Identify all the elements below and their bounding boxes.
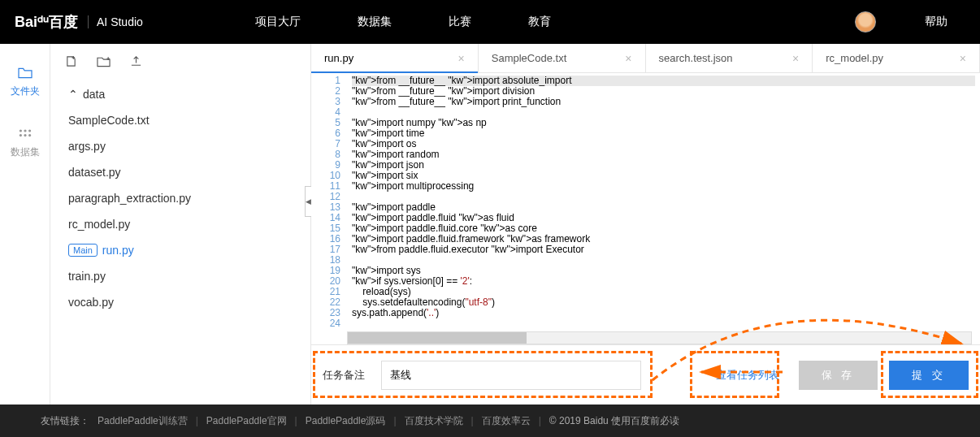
left-rail: 文件夹 数据集 <box>0 44 50 405</box>
code-editor[interactable]: 123456789101112131415161718192021222324 … <box>311 73 980 344</box>
nav-datasets[interactable]: 数据集 <box>358 15 392 29</box>
file-panel: ⌃ data SampleCode.txt args.py dataset.py… <box>50 44 310 405</box>
submit-button[interactable]: 提 交 <box>889 361 969 390</box>
grid-icon <box>17 128 33 141</box>
brand-subtitle: AI Studio <box>88 15 143 28</box>
tab-run[interactable]: run.py× <box>311 44 479 72</box>
close-icon[interactable]: × <box>625 52 631 65</box>
chevron-down-icon: ⌃ <box>68 88 78 101</box>
footer-link[interactable]: PaddlePaddle源码 <box>306 414 386 428</box>
svg-point-2 <box>28 129 31 132</box>
footer-link[interactable]: 百度技术学院 <box>405 414 463 428</box>
svg-point-5 <box>28 134 31 136</box>
svg-point-3 <box>19 134 21 136</box>
tab-searchtest[interactable]: search.test.json× <box>646 44 813 72</box>
folder-data[interactable]: ⌃ data <box>63 81 297 107</box>
task-note-label: 任务备注 <box>323 368 365 383</box>
svg-point-4 <box>24 134 26 136</box>
avatar[interactable] <box>855 11 876 32</box>
tab-samplecode[interactable]: SampleCode.txt× <box>479 44 646 72</box>
baidu-logo-text: Baiᵈᵘ百度 <box>15 12 78 32</box>
logo[interactable]: Baiᵈᵘ百度 AI Studio <box>0 12 158 32</box>
view-task-list-link[interactable]: 查看任务列表 <box>716 368 779 383</box>
footer-link[interactable]: 百度效率云 <box>482 414 531 428</box>
close-icon[interactable]: × <box>458 52 465 65</box>
file-toolbar <box>50 44 310 81</box>
folder-icon <box>17 67 33 80</box>
nav-competitions[interactable]: 比赛 <box>449 15 471 29</box>
editor-area: ◀ run.py× SampleCode.txt× search.test.js… <box>310 44 980 405</box>
file-rc-model[interactable]: rc_model.py <box>63 211 297 237</box>
tab-rcmodel[interactable]: rc_model.py× <box>813 44 980 72</box>
nav-education[interactable]: 教育 <box>528 15 551 29</box>
file-dataset[interactable]: dataset.py <box>63 159 297 185</box>
file-tree: ⌃ data SampleCode.txt args.py dataset.py… <box>50 81 310 315</box>
main-badge: Main <box>68 244 98 257</box>
editor-tabs: run.py× SampleCode.txt× search.test.json… <box>311 44 980 73</box>
footer-link[interactable]: PaddlePaddle训练营 <box>98 414 188 428</box>
top-navbar: Baiᵈᵘ百度 AI Studio 项目大厅 数据集 比赛 教育 帮助 <box>0 0 980 44</box>
horizontal-scrollbar[interactable] <box>347 331 972 344</box>
main-nav: 项目大厅 数据集 比赛 教育 <box>255 15 551 29</box>
footer-copyright: © 2019 Baidu 使用百度前必读 <box>549 414 679 428</box>
file-samplecode[interactable]: SampleCode.txt <box>63 107 297 133</box>
file-run[interactable]: Main run.py <box>63 237 297 263</box>
file-vocab[interactable]: vocab.py <box>63 289 297 315</box>
scrollbar-thumb[interactable] <box>348 332 527 344</box>
new-file-icon[interactable] <box>65 55 77 70</box>
rail-files[interactable]: 文件夹 <box>11 67 40 98</box>
save-button[interactable]: 保 存 <box>799 361 878 390</box>
close-icon[interactable]: × <box>960 52 966 65</box>
file-train[interactable]: train.py <box>63 263 297 289</box>
close-icon[interactable]: × <box>792 52 799 65</box>
code-content[interactable]: "kw">from __future__ "kw">import absolut… <box>347 73 980 344</box>
svg-point-1 <box>24 129 26 132</box>
footer-link[interactable]: PaddlePaddle官网 <box>206 414 287 428</box>
nav-help[interactable]: 帮助 <box>925 15 947 29</box>
task-bar: 任务备注 查看任务列表 保 存 提 交 <box>311 344 980 405</box>
new-folder-icon[interactable] <box>97 56 111 70</box>
upload-icon[interactable] <box>130 55 142 70</box>
file-args[interactable]: args.py <box>63 133 297 159</box>
footer-lead: 友情链接： <box>41 414 89 428</box>
collapse-panel-handle[interactable]: ◀ <box>305 186 311 217</box>
svg-point-0 <box>19 129 21 132</box>
nav-projects[interactable]: 项目大厅 <box>255 15 301 29</box>
rail-datasets[interactable]: 数据集 <box>11 128 40 159</box>
task-note-input[interactable] <box>381 361 641 390</box>
line-gutter: 123456789101112131415161718192021222324 <box>311 73 347 344</box>
file-paragraph-extraction[interactable]: paragraph_extraction.py <box>63 185 297 211</box>
footer: 友情链接： PaddlePaddle训练营| PaddlePaddle官网| P… <box>0 405 980 437</box>
